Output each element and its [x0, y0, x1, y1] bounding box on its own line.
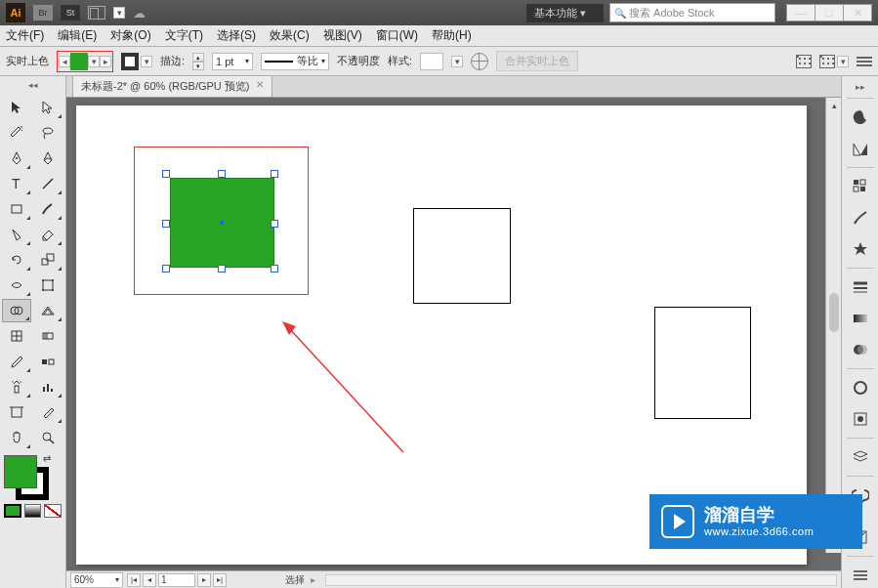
panel-menu-icon[interactable] — [848, 563, 873, 588]
artboard-tool[interactable] — [2, 400, 31, 424]
options-menu-icon[interactable] — [857, 57, 872, 66]
paintbrush-tool[interactable] — [33, 197, 63, 221]
handle-e[interactable] — [271, 220, 278, 228]
graphic-styles-panel-icon[interactable] — [848, 406, 873, 432]
handle-nw[interactable] — [162, 170, 170, 178]
handle-se[interactable] — [271, 265, 278, 273]
stroke-style-dropdown[interactable]: 等比 ▾ — [261, 53, 329, 70]
slice-tool[interactable] — [33, 400, 63, 424]
next-page-button[interactable]: ▸ — [197, 573, 211, 587]
menu-view[interactable]: 视图(V) — [323, 27, 362, 44]
perspective-grid-tool[interactable] — [33, 299, 63, 322]
pen-tool[interactable] — [2, 147, 31, 170]
menu-file[interactable]: 文件(F) — [6, 27, 44, 44]
lasso-tool[interactable] — [33, 121, 63, 145]
bridge-badge-icon[interactable]: Br — [33, 5, 53, 21]
style-dropdown-icon[interactable]: ▾ — [451, 56, 463, 67]
maximize-button[interactable]: □ — [815, 4, 844, 21]
color-guide-panel-icon[interactable] — [848, 136, 873, 161]
stroke-width-input[interactable]: 1 pt▾ — [212, 53, 253, 70]
vertical-scrollbar[interactable]: ▴ ▾ — [825, 98, 841, 553]
line-segment-tool[interactable] — [33, 172, 63, 195]
menu-effect[interactable]: 效果(C) — [270, 27, 310, 44]
shape-builder-tool[interactable] — [2, 299, 31, 322]
symbol-sprayer-tool[interactable] — [2, 375, 31, 399]
zoom-input[interactable]: 60% ▾ — [70, 572, 123, 588]
menu-edit[interactable]: 编辑(E) — [58, 27, 97, 44]
gradient-tool[interactable] — [33, 324, 63, 348]
rectangle-tool[interactable] — [2, 197, 31, 221]
column-graph-tool[interactable] — [33, 375, 63, 399]
collapse-panels-icon[interactable]: ▸▸ — [855, 82, 866, 92]
gradient-mode-swatch[interactable] — [24, 504, 42, 518]
fill-dropdown-icon[interactable]: ▾ — [88, 56, 100, 67]
minimize-button[interactable]: — — [786, 4, 815, 21]
fill-stroke-indicator[interactable]: ⇄ — [4, 455, 49, 500]
transparency-panel-icon[interactable] — [848, 337, 873, 362]
symbols-panel-icon[interactable] — [848, 236, 873, 262]
menu-help[interactable]: 帮助(H) — [432, 27, 472, 44]
hand-tool[interactable] — [2, 426, 31, 449]
rotate-tool[interactable] — [2, 248, 31, 272]
fill-prev-icon[interactable]: ◂ — [59, 56, 70, 67]
brushes-panel-icon[interactable] — [848, 205, 873, 231]
swatches-panel-icon[interactable] — [848, 174, 873, 199]
menu-text[interactable]: 文字(T) — [165, 27, 203, 44]
arrange-docs-icon[interactable] — [88, 6, 105, 20]
free-transform-tool[interactable] — [33, 273, 63, 297]
zoom-tool[interactable] — [33, 426, 63, 449]
selection-tool[interactable] — [2, 96, 31, 119]
horizontal-scrollbar[interactable] — [325, 574, 837, 586]
scroll-up-icon[interactable]: ▴ — [826, 98, 841, 113]
blend-tool[interactable] — [33, 350, 63, 373]
recolor-icon[interactable] — [471, 53, 488, 70]
list-view-icon[interactable] — [819, 55, 835, 68]
rectangle-shape-3[interactable] — [654, 307, 751, 419]
appearance-panel-icon[interactable] — [848, 375, 873, 400]
none-mode-swatch[interactable] — [44, 504, 62, 518]
menu-window[interactable]: 窗口(W) — [376, 27, 418, 44]
document-tab[interactable]: 未标题-2* @ 60% (RGB/GPU 预览) ✕ — [72, 75, 272, 97]
handle-w[interactable] — [162, 220, 170, 228]
close-tab-icon[interactable]: ✕ — [256, 79, 264, 94]
close-button[interactable]: ✕ — [843, 4, 872, 21]
eyedropper-tool[interactable] — [2, 350, 31, 373]
stroke-swatch[interactable] — [121, 53, 139, 70]
type-tool[interactable]: T — [2, 172, 31, 195]
color-mode-swatch[interactable] — [4, 504, 21, 518]
handle-ne[interactable] — [271, 170, 278, 178]
fill-indicator[interactable] — [4, 455, 37, 488]
workspace-switcher[interactable]: 基本功能 ▾ — [526, 4, 604, 22]
shaper-tool[interactable] — [2, 223, 31, 246]
prev-page-button[interactable]: ◂ — [143, 573, 156, 587]
rectangle-shape-2[interactable] — [413, 208, 511, 304]
width-tool[interactable] — [2, 273, 31, 297]
graphic-style-swatch[interactable] — [420, 53, 443, 70]
list-view-dropdown-icon[interactable]: ▾ — [837, 56, 849, 67]
stroke-dropdown-icon[interactable]: ▾ — [141, 56, 152, 67]
collapse-tools-icon[interactable]: ◂◂ — [27, 80, 39, 90]
stroke-width-stepper[interactable]: ▴▾ — [192, 53, 204, 70]
stock-search-input[interactable]: 搜索 Adobe Stock — [609, 3, 775, 22]
fill-swatch[interactable] — [70, 53, 88, 70]
cloud-sync-icon[interactable]: ☁ — [133, 6, 146, 21]
gradient-panel-icon[interactable] — [848, 306, 873, 331]
mesh-tool[interactable] — [2, 324, 31, 348]
scale-tool[interactable] — [33, 248, 63, 272]
menu-object[interactable]: 对象(O) — [110, 27, 150, 44]
swap-fill-stroke-icon[interactable]: ⇄ — [43, 453, 51, 464]
fill-next-icon[interactable]: ▸ — [100, 56, 111, 67]
handle-s[interactable] — [218, 265, 226, 273]
color-panel-icon[interactable] — [848, 105, 873, 130]
page-input[interactable]: 1 — [158, 573, 195, 587]
eraser-tool[interactable] — [33, 223, 63, 246]
handle-sw[interactable] — [162, 265, 170, 273]
handle-n[interactable] — [218, 170, 226, 178]
panel-view-icon[interactable] — [796, 55, 812, 68]
first-page-button[interactable]: |◂ — [127, 573, 141, 587]
magic-wand-tool[interactable] — [2, 121, 31, 145]
last-page-button[interactable]: ▸| — [213, 573, 227, 587]
stroke-panel-icon[interactable] — [848, 274, 873, 300]
direct-selection-tool[interactable] — [33, 96, 63, 119]
menu-select[interactable]: 选择(S) — [217, 27, 256, 44]
